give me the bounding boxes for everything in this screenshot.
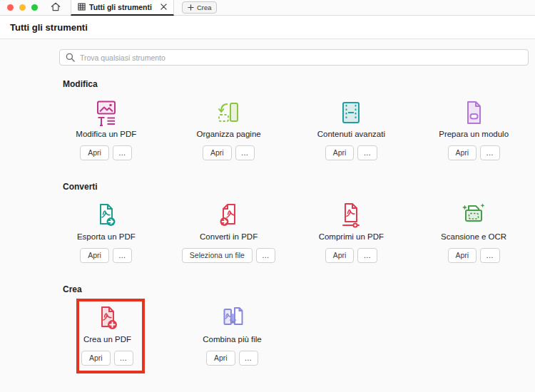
tools-row: Crea un PDF Apri … Combina più file Apri…	[45, 304, 535, 366]
tool-buttons: Apri …	[81, 351, 133, 366]
open-button[interactable]: Apri	[80, 145, 109, 160]
open-button[interactable]: Apri	[448, 248, 477, 263]
tool-card-contenuti-avanzati: Contenuti avanzati Apri …	[290, 98, 413, 160]
tools-sections: Modifica Modifica un PDF Apri … Organizz…	[0, 80, 535, 366]
section-converti: Converti Esporta un PDF Apri … Converti …	[0, 182, 535, 263]
more-options-button[interactable]: …	[235, 145, 255, 160]
tool-label: Modifica un PDF	[76, 130, 136, 138]
compress-pdf-icon	[337, 201, 365, 229]
home-icon	[51, 2, 61, 14]
open-button[interactable]: Apri	[206, 351, 235, 366]
tool-buttons: Apri …	[448, 145, 500, 160]
home-button[interactable]	[47, 1, 64, 15]
tool-buttons: Seleziona un file …	[182, 248, 276, 263]
scan-ocr-icon	[459, 201, 488, 229]
more-options-button[interactable]: …	[357, 248, 377, 263]
close-icon[interactable]	[160, 4, 167, 10]
tool-label: Esporta un PDF	[77, 232, 136, 241]
tool-card-organizza-pagine: Organizza pagine Apri …	[168, 98, 290, 160]
open-button[interactable]: Apri	[203, 145, 232, 160]
tab-tutti-gli-strumenti[interactable]: Tutti gli strumenti	[71, 0, 174, 16]
open-button[interactable]: Apri	[81, 351, 111, 366]
tool-label: Scansione e OCR	[441, 232, 506, 241]
page-header: Tutti gli strumenti	[0, 16, 535, 39]
open-button[interactable]: Apri	[325, 248, 355, 263]
tools-row: Modifica un PDF Apri … Organizza pagine …	[45, 98, 535, 160]
edit-pdf-icon	[92, 98, 121, 127]
more-options-button[interactable]: …	[256, 248, 276, 263]
tool-card-modifica-un-pdf: Modifica un PDF Apri …	[45, 98, 168, 160]
tools-row: Esporta un PDF Apri … Converti in PDF Se…	[45, 201, 535, 263]
tool-card-esporta-un-pdf: Esporta un PDF Apri …	[45, 201, 168, 263]
plus-icon	[188, 4, 194, 11]
open-button[interactable]: Apri	[80, 248, 109, 263]
tool-label: Organizza pagine	[197, 130, 261, 138]
more-options-button[interactable]: …	[480, 248, 500, 263]
open-button[interactable]: Apri	[325, 145, 355, 160]
more-options-button[interactable]: …	[113, 145, 133, 160]
search-bar	[59, 49, 529, 66]
more-options-button[interactable]: …	[113, 248, 133, 263]
new-tab-crea-button[interactable]: Crea	[182, 1, 218, 14]
tool-buttons: Apri …	[325, 248, 377, 263]
create-pdf-icon	[93, 304, 122, 332]
prepare-form-icon	[459, 98, 488, 127]
page-title: Tutti gli strumenti	[10, 22, 88, 33]
tool-buttons: Apri …	[448, 248, 500, 263]
export-pdf-icon	[92, 201, 121, 229]
tool-card-converti-in-pdf: Converti in PDF Seleziona un file …	[168, 201, 290, 263]
section-crea: Crea Crea un PDF Apri … Combina più file…	[0, 285, 535, 366]
section-modifica: Modifica Modifica un PDF Apri … Organizz…	[0, 80, 535, 160]
traffic-lights	[0, 4, 47, 11]
tool-buttons: Apri …	[325, 145, 377, 160]
section-heading: Crea	[63, 285, 535, 294]
tool-label: Combina più file	[203, 335, 261, 344]
tool-label: Contenuti avanzati	[317, 130, 385, 138]
more-options-button[interactable]: …	[480, 145, 500, 160]
tool-buttons: Apri …	[80, 145, 132, 160]
tool-label: Converti in PDF	[200, 232, 258, 241]
tool-label: Prepara un modulo	[439, 130, 509, 138]
tool-label: Crea un PDF	[83, 335, 131, 344]
section-heading: Modifica	[63, 80, 535, 89]
tool-card-combina-pi-file: Combina più file Apri …	[170, 304, 295, 366]
tool-card-scansione-e-ocr: Scansione e OCR Apri …	[412, 201, 535, 263]
new-tab-label: Crea	[197, 4, 212, 11]
convert-to-pdf-icon	[215, 201, 243, 229]
tool-buttons: Apri …	[206, 351, 258, 366]
minimize-window-button[interactable]	[19, 4, 26, 11]
tool-buttons: Apri …	[80, 248, 132, 263]
close-window-button[interactable]	[7, 4, 14, 11]
section-heading: Converti	[63, 182, 535, 192]
tab-bar: Tutti gli strumenti Crea	[0, 0, 535, 16]
tool-card-prepara-un-modulo: Prepara un modulo Apri …	[412, 98, 535, 160]
tab-label: Tutti gli strumenti	[89, 3, 152, 11]
open-button[interactable]: Seleziona un file	[182, 248, 253, 263]
more-options-button[interactable]: …	[357, 145, 377, 160]
more-options-button[interactable]: …	[239, 351, 259, 366]
tool-card-comprimi-un-pdf: Comprimi un PDF Apri …	[290, 201, 413, 263]
content: Modifica Modifica un PDF Apri … Organizz…	[0, 39, 535, 366]
grid-icon	[78, 3, 86, 11]
combine-files-icon	[218, 304, 247, 332]
more-options-button[interactable]: …	[114, 351, 134, 366]
tool-label: Comprimi un PDF	[319, 232, 384, 241]
search-input[interactable]	[59, 49, 529, 66]
tool-buttons: Apri …	[203, 145, 255, 160]
zoom-window-button[interactable]	[31, 4, 38, 11]
tool-card-crea-un-pdf: Crea un PDF Apri …	[45, 304, 170, 366]
rich-media-icon	[337, 98, 365, 127]
open-button[interactable]: Apri	[448, 145, 477, 160]
organize-pages-icon	[215, 98, 243, 127]
search-icon	[66, 53, 75, 62]
